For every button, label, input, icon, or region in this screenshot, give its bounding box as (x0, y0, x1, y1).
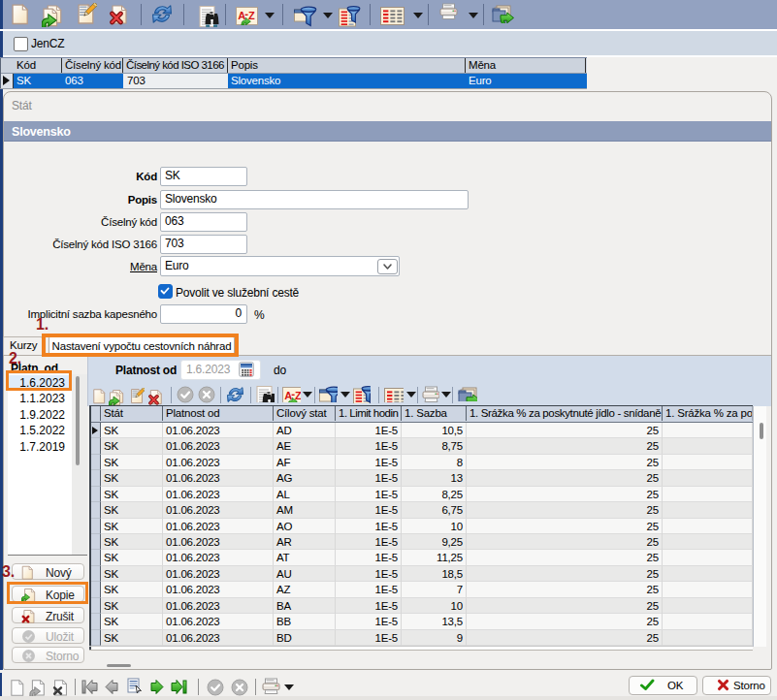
svg-text:A: A (284, 390, 292, 401)
svg-text:Z: Z (248, 10, 255, 21)
svg-text:A: A (238, 10, 245, 21)
svg-text:Z: Z (295, 390, 301, 401)
